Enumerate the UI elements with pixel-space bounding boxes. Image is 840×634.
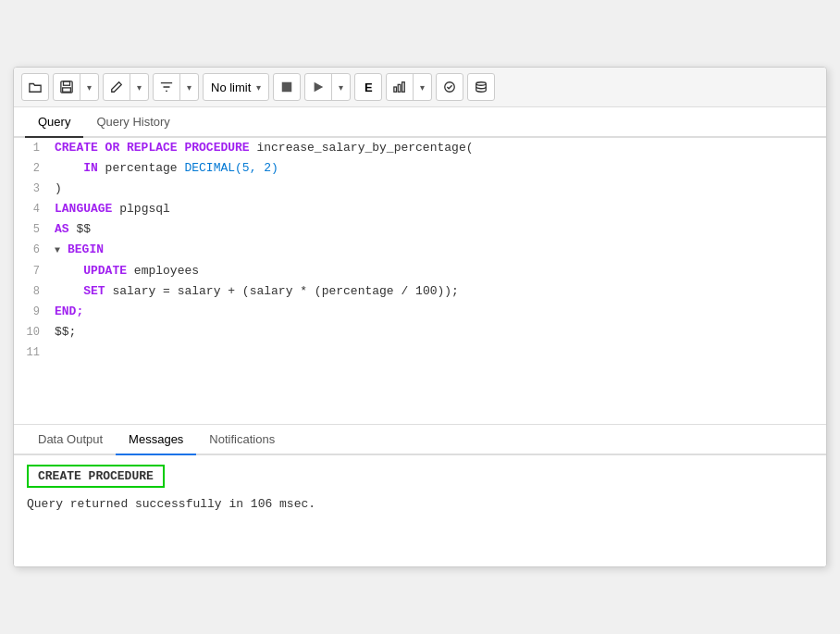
toolbar: ▾ ▾ ▾	[14, 68, 826, 107]
save-group: ▾	[53, 73, 99, 101]
keyword-token: LANGUAGE	[55, 202, 112, 216]
line-number: 6	[14, 240, 51, 260]
code-line: 4LANGUAGE plpgsql	[14, 199, 826, 219]
run-button[interactable]	[305, 74, 331, 100]
filter-dropdown-button[interactable]: ▾	[180, 74, 198, 100]
plain-token: employees	[127, 264, 199, 278]
line-content: END;	[51, 302, 826, 322]
tab-query-history[interactable]: Query History	[83, 107, 182, 138]
plain-token: $$	[69, 222, 91, 236]
keyword-token: AS	[55, 222, 69, 236]
plain-token	[55, 284, 83, 298]
chart-button[interactable]	[387, 74, 413, 100]
line-number: 4	[14, 199, 51, 219]
code-line: 2 IN percentage DECIMAL(5, 2)	[14, 158, 826, 179]
svg-rect-1	[64, 81, 70, 85]
code-line: 11	[14, 342, 826, 363]
code-line: 6▼ BEGIN	[14, 240, 826, 261]
save-button[interactable]	[54, 74, 80, 100]
line-number: 3	[14, 179, 51, 199]
line-content: SET salary = salary + (salary * (percent…	[51, 281, 826, 302]
editor-tabs-bar: Query Query History	[14, 107, 826, 138]
chart-caret-icon: ▾	[420, 82, 425, 93]
fold-icon[interactable]: ▼	[55, 241, 66, 261]
line-number: 11	[14, 342, 51, 363]
run-dropdown-button[interactable]: ▾	[332, 74, 350, 100]
plain-token: plpgsql	[112, 202, 169, 216]
code-line: 5AS $$	[14, 219, 826, 240]
code-editor[interactable]: 1CREATE OR REPLACE PROCEDURE increase_sa…	[14, 138, 826, 425]
edit-caret-icon: ▾	[137, 82, 142, 93]
output-tabs-bar: Data Output Messages Notifications	[14, 425, 826, 455]
run-group: ▾	[304, 73, 351, 101]
chart-dropdown-button[interactable]: ▾	[414, 74, 431, 100]
line-number: 5	[14, 219, 51, 240]
keyword-token: SET	[83, 284, 105, 298]
macro-button[interactable]	[436, 73, 463, 101]
svg-rect-5	[394, 87, 397, 92]
limit-caret-icon: ▾	[256, 82, 261, 93]
limit-dropdown[interactable]: No limit ▾	[203, 73, 269, 101]
line-number: 2	[14, 158, 51, 179]
line-content: )	[51, 179, 826, 199]
code-line: 3)	[14, 179, 826, 199]
plain-token	[55, 264, 83, 278]
tab-data-output[interactable]: Data Output	[25, 425, 116, 455]
svg-rect-2	[63, 88, 71, 92]
type-token: DECIMAL(5, 2)	[184, 161, 278, 175]
plain-token: salary = salary + (salary * (percentage …	[105, 284, 415, 298]
keyword-token: UPDATE	[83, 264, 127, 278]
code-line: 9END;	[14, 302, 826, 322]
line-number: 8	[14, 281, 51, 302]
open-button[interactable]	[21, 73, 49, 101]
svg-rect-3	[282, 82, 292, 93]
explain-button[interactable]: E	[354, 73, 382, 101]
svg-rect-7	[402, 82, 405, 93]
output-section: Data Output Messages Notifications CREAT…	[14, 425, 826, 566]
run-caret-icon: ▾	[339, 82, 343, 93]
filter-group: ▾	[153, 73, 199, 101]
line-content: UPDATE employees	[51, 261, 826, 281]
limit-label: No limit	[211, 81, 251, 94]
plain-token: increase_salary_by_percentage(	[250, 141, 474, 155]
db-button[interactable]	[467, 73, 495, 101]
chart-group: ▾	[386, 73, 432, 101]
code-line: 1CREATE OR REPLACE PROCEDURE increase_sa…	[14, 138, 826, 158]
create-procedure-badge: CREATE PROCEDURE	[27, 465, 165, 488]
tab-query[interactable]: Query	[25, 107, 83, 138]
line-content: IN percentage DECIMAL(5, 2)	[51, 158, 826, 179]
code-line: 8 SET salary = salary + (salary * (perce…	[14, 281, 826, 302]
code-line: 10$$;	[14, 322, 826, 342]
svg-point-9	[476, 82, 487, 86]
line-content	[51, 342, 826, 363]
edit-dropdown-button[interactable]: ▾	[130, 74, 148, 100]
line-number: 1	[14, 138, 51, 158]
plain-token: 100	[415, 284, 437, 298]
line-content: LANGUAGE plpgsql	[51, 199, 826, 219]
plain-token: ));	[438, 284, 459, 298]
line-number: 9	[14, 302, 51, 322]
plain-token: percentage	[98, 161, 185, 175]
code-line: 7 UPDATE employees	[14, 261, 826, 281]
tab-notifications[interactable]: Notifications	[196, 425, 288, 455]
plain-token: )	[55, 181, 62, 195]
line-number: 7	[14, 261, 51, 281]
save-caret-icon: ▾	[87, 82, 92, 93]
edit-group: ▾	[103, 73, 149, 101]
filter-caret-icon: ▾	[187, 82, 191, 93]
line-content: AS $$	[51, 219, 826, 240]
save-dropdown-button[interactable]: ▾	[80, 74, 98, 100]
filter-button[interactable]	[154, 74, 179, 100]
keyword-token: BEGIN	[68, 242, 104, 256]
output-message: Query returned successfully in 106 msec.	[27, 497, 813, 511]
edit-button[interactable]	[104, 74, 130, 100]
keyword-token: IN	[55, 161, 98, 175]
explain-label: E	[364, 81, 373, 94]
line-number: 10	[14, 322, 51, 342]
line-content: CREATE OR REPLACE PROCEDURE increase_sal…	[51, 138, 826, 158]
tab-messages[interactable]: Messages	[116, 425, 196, 455]
main-container: ▾ ▾ ▾	[13, 67, 827, 567]
stop-button[interactable]	[273, 73, 301, 101]
keyword-token: END;	[55, 305, 83, 318]
plain-token: $$;	[55, 325, 76, 339]
